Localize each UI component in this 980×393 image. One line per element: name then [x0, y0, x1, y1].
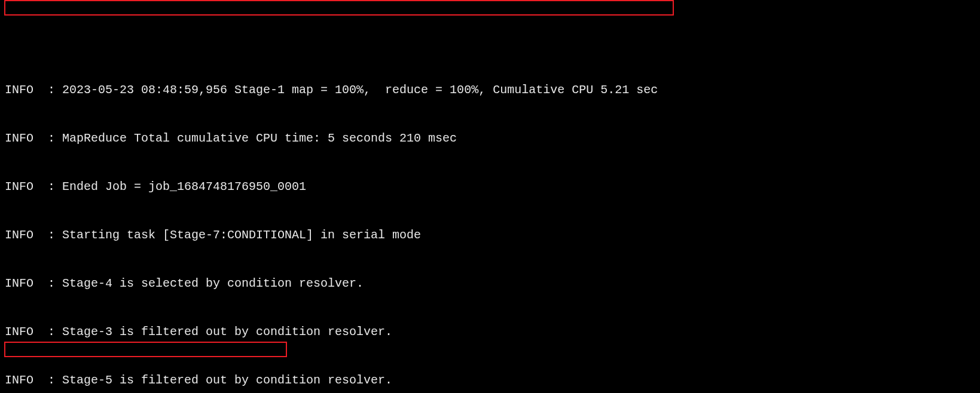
log-line: INFO : Stage-3 is filtered out by condit… [5, 324, 980, 340]
log-line: INFO : Stage-5 is filtered out by condit… [5, 372, 980, 388]
log-line: INFO : MapReduce Total cumulative CPU ti… [5, 130, 980, 146]
highlight-box-bottom [4, 342, 287, 357]
log-line: INFO : Starting task [Stage-7:CONDITIONA… [5, 227, 980, 243]
log-line: INFO : Stage-4 is selected by condition … [5, 275, 980, 291]
terminal-output[interactable]: INFO : 2023-05-23 08:48:59,956 Stage-1 m… [0, 0, 980, 393]
highlight-box-top [4, 0, 674, 16]
log-line: INFO : 2023-05-23 08:48:59,956 Stage-1 m… [5, 82, 980, 98]
log-line: INFO : Ended Job = job_1684748176950_000… [5, 179, 980, 195]
